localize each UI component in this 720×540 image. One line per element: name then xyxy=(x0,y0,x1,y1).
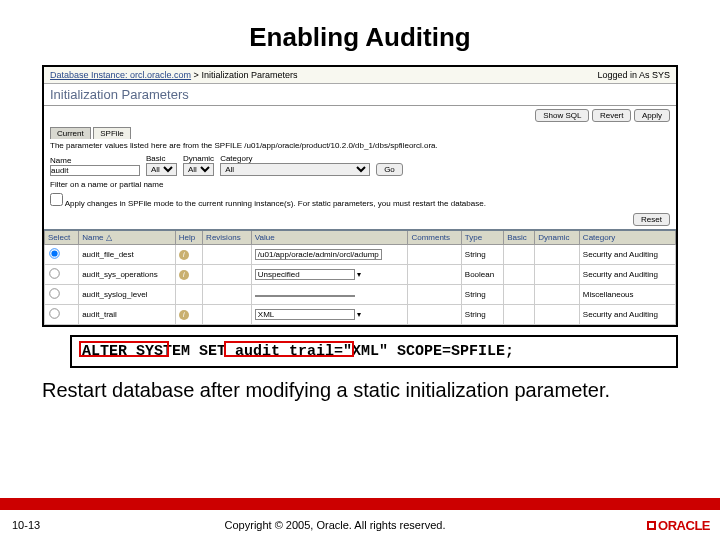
show-sql-button[interactable]: Show SQL xyxy=(535,109,589,122)
breadcrumb-current: Initialization Parameters xyxy=(201,70,297,80)
table-row: audit_sys_operations i Unspecified ▾ Boo… xyxy=(45,265,676,285)
apply-changes-label: Apply changes in SPFile mode to the curr… xyxy=(65,199,486,208)
row-select[interactable] xyxy=(49,288,59,298)
em-screenshot: Database Instance: orcl.oracle.com > Ini… xyxy=(42,65,678,327)
col-select[interactable]: Select xyxy=(45,230,79,245)
action-buttons: Show SQL Revert Apply xyxy=(44,106,676,125)
filter-dynamic-select[interactable]: All xyxy=(183,163,214,176)
param-type: String xyxy=(461,285,503,305)
slide-title: Enabling Auditing xyxy=(0,0,720,65)
help-icon[interactable]: i xyxy=(179,250,189,260)
filter-dynamic-label: Dynamic xyxy=(183,154,214,163)
breadcrumb-sep: > xyxy=(194,70,199,80)
filter-name-input[interactable] xyxy=(50,165,140,176)
instruction-text: Restart database after modifying a stati… xyxy=(42,378,678,402)
tab-spfile[interactable]: SPFile xyxy=(93,127,131,139)
param-category: Security and Auditing xyxy=(579,265,675,285)
param-name: audit_syslog_level xyxy=(79,285,176,305)
param-name: audit_trail xyxy=(79,305,176,325)
filter-hint: Filter on a name or partial name xyxy=(44,178,676,191)
param-value[interactable]: Unspecified xyxy=(255,269,355,280)
section-heading: Initialization Parameters xyxy=(44,84,676,106)
col-category[interactable]: Category xyxy=(579,230,675,245)
copyright: Copyright © 2005, Oracle. All rights res… xyxy=(60,519,610,531)
breadcrumb-link[interactable]: Database Instance: orcl.oracle.com xyxy=(50,70,191,80)
slide-number: 10-13 xyxy=(0,519,60,531)
table-row: audit_file_dest i /u01/app/oracle/admin/… xyxy=(45,245,676,265)
help-icon[interactable]: i xyxy=(179,310,189,320)
param-type: String xyxy=(461,305,503,325)
param-value[interactable] xyxy=(255,295,355,297)
row-select[interactable] xyxy=(49,268,59,278)
footer: 10-13 Copyright © 2005, Oracle. All righ… xyxy=(0,498,720,540)
filter-basic-select[interactable]: All xyxy=(146,163,177,176)
breadcrumb: Database Instance: orcl.oracle.com > Ini… xyxy=(44,67,676,84)
col-name[interactable]: Name △ xyxy=(79,230,176,245)
oracle-logo: ORACLE xyxy=(610,518,720,533)
col-dynamic[interactable]: Dynamic xyxy=(535,230,580,245)
row-select[interactable] xyxy=(49,308,59,318)
filter-row: Name Basic All Dynamic All Category All … xyxy=(44,152,676,178)
filter-category-label: Category xyxy=(220,154,370,163)
param-value[interactable]: XML xyxy=(255,309,355,320)
param-name: audit_file_dest xyxy=(79,245,176,265)
param-category: Security and Auditing xyxy=(579,305,675,325)
highlight-name-box xyxy=(79,341,169,357)
col-rev[interactable]: Revisions xyxy=(203,230,252,245)
apply-checkbox[interactable] xyxy=(50,193,63,206)
filter-name-label: Name xyxy=(50,156,140,165)
spfile-path-info: The parameter values listed here are fro… xyxy=(44,139,676,152)
param-category: Miscellaneous xyxy=(579,285,675,305)
col-comments[interactable]: Comments xyxy=(408,230,461,245)
col-basic[interactable]: Basic xyxy=(504,230,535,245)
param-type: String xyxy=(461,245,503,265)
param-name: audit_sys_operations xyxy=(79,265,176,285)
row-select[interactable] xyxy=(49,248,59,258)
tab-current[interactable]: Current xyxy=(50,127,91,139)
apply-button[interactable]: Apply xyxy=(634,109,670,122)
param-value[interactable]: /u01/app/oracle/admin/orcl/adump xyxy=(255,249,382,260)
params-table: Select Name △ Help Revisions Value Comme… xyxy=(44,229,676,325)
table-row: audit_trail i XML ▾ String Security and … xyxy=(45,305,676,325)
col-value[interactable]: Value xyxy=(251,230,408,245)
col-help[interactable]: Help xyxy=(175,230,202,245)
col-type[interactable]: Type xyxy=(461,230,503,245)
table-header: Select Name △ Help Revisions Value Comme… xyxy=(45,230,676,245)
table-row: audit_syslog_level String Miscellaneous xyxy=(45,285,676,305)
param-category: Security and Auditing xyxy=(579,245,675,265)
highlight-value-box xyxy=(224,341,354,357)
param-type: Boolean xyxy=(461,265,503,285)
filter-category-select[interactable]: All xyxy=(220,163,370,176)
apply-changes-note: Apply changes in SPFile mode to the curr… xyxy=(44,191,676,210)
revert-button[interactable]: Revert xyxy=(592,109,632,122)
login-status: Logged in As SYS xyxy=(597,70,670,80)
reset-button[interactable]: Reset xyxy=(633,213,670,226)
tabs: Current SPFile xyxy=(44,125,676,139)
red-bar xyxy=(0,498,720,510)
filter-basic-label: Basic xyxy=(146,154,177,163)
go-button[interactable]: Go xyxy=(376,163,403,176)
help-icon[interactable]: i xyxy=(179,270,189,280)
